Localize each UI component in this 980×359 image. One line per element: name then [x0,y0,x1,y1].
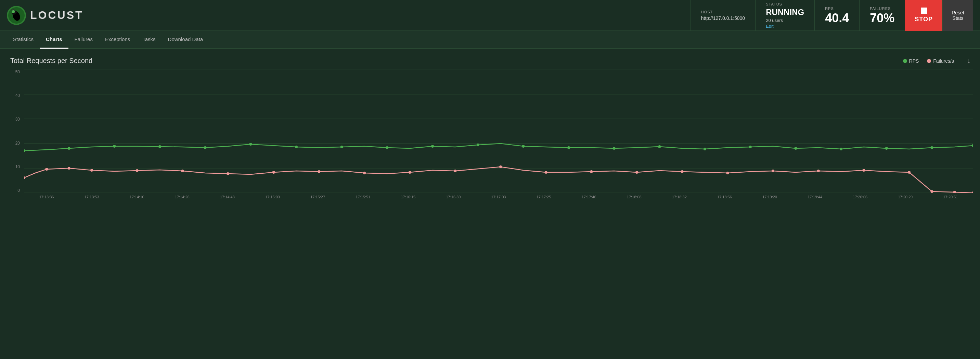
x-axis: 17:13:36 17:13:53 17:14:10 17:14:26 17:1… [24,193,973,207]
legend-rps: RPS [903,58,919,64]
x-label-3: 17:14:26 [159,195,205,199]
nav-item-charts[interactable]: Charts [40,31,68,49]
x-label-4: 17:14:43 [205,195,250,199]
svg-point-56 [862,169,865,172]
rps-dots [24,143,973,152]
svg-point-34 [931,146,933,149]
svg-point-25 [522,145,525,148]
x-label-1: 17:13:53 [69,195,114,199]
y-label-50: 50 [15,70,20,74]
x-label-9: 17:16:39 [431,195,476,199]
stop-icon [921,8,927,14]
x-label-0: 17:13:36 [24,195,69,199]
svg-point-24 [477,144,479,146]
svg-point-50 [590,170,593,173]
svg-point-21 [340,145,343,148]
svg-point-54 [772,169,774,172]
rps-legend-label: RPS [909,58,919,64]
header: LOCUST HOST http://127.0.0.1:5000 STATUS… [0,0,980,31]
chart-svg [24,70,973,193]
svg-point-26 [567,146,570,149]
chart-container: Total Requests per Second RPS Failures/s… [0,49,980,210]
nav-item-exceptions[interactable]: Exceptions [99,31,136,49]
svg-point-46 [409,171,411,174]
svg-point-19 [249,143,252,145]
failures-legend-label: Failures/s [933,58,954,64]
svg-point-16 [113,145,116,148]
svg-point-43 [272,171,275,174]
legend-failures: Failures/s [927,58,954,64]
svg-point-15 [68,147,70,150]
locust-logo-icon [7,6,26,25]
reset-label: ResetStats [951,10,964,21]
svg-point-30 [749,145,752,148]
svg-point-57 [908,171,910,174]
host-value: http://127.0.0.1:5000 [701,15,745,21]
host-label: HOST [701,10,745,14]
svg-point-55 [817,169,820,172]
failures-dots [24,166,973,193]
stop-button[interactable]: STOP [905,0,942,31]
svg-point-37 [45,168,48,171]
svg-point-39 [90,169,93,172]
download-chart-button[interactable]: ↓ [964,56,973,66]
nav-item-download-data[interactable]: Download Data [162,31,209,49]
x-label-2: 17:14:10 [114,195,159,199]
svg-point-44 [318,170,320,173]
svg-point-33 [885,147,888,150]
x-label-15: 17:18:56 [702,195,747,199]
svg-point-7 [12,10,15,13]
failures-block: FAILURES 70% [859,0,905,31]
chart-svg-area [24,70,973,193]
y-label-40: 40 [15,93,20,98]
nav-item-failures[interactable]: Failures [68,31,99,49]
x-label-7: 17:15:51 [340,195,386,199]
x-label-12: 17:17:46 [566,195,611,199]
svg-point-31 [794,147,797,150]
chart-wrapper: 0 10 20 30 40 50 [24,70,973,207]
svg-point-38 [68,167,70,169]
svg-point-17 [158,145,161,148]
users-value: 20 users [766,18,804,23]
svg-point-14 [24,149,25,152]
svg-point-20 [295,145,298,148]
chart-title: Total Requests per Second [10,57,92,65]
x-label-14: 17:18:32 [657,195,702,199]
chart-legend: RPS Failures/s [903,58,954,64]
status-block: STATUS RUNNING 20 users Edit [755,0,815,31]
rps-line [24,144,973,151]
y-label-30: 30 [15,117,20,121]
rps-legend-dot [903,59,907,63]
rps-label: RPS [825,6,849,11]
svg-point-42 [226,172,229,175]
header-stats: HOST http://127.0.0.1:5000 STATUS RUNNIN… [690,0,973,31]
failures-value: 70% [870,12,894,24]
svg-point-35 [972,144,973,147]
stop-label: STOP [915,16,933,23]
y-label-0: 0 [18,188,20,193]
svg-point-22 [386,146,388,149]
nav-item-tasks[interactable]: Tasks [136,31,162,49]
x-label-17: 17:19:44 [792,195,838,199]
logo-area: LOCUST [7,6,83,25]
svg-point-52 [681,170,684,173]
y-label-10: 10 [15,164,20,169]
nav-bar: Statistics Charts Failures Exceptions Ta… [0,31,980,49]
x-label-13: 17:18:08 [611,195,657,199]
svg-point-53 [726,172,729,174]
rps-block: RPS 40.4 [815,0,859,31]
svg-point-51 [635,171,638,174]
edit-link[interactable]: Edit [766,24,804,29]
svg-point-18 [204,146,207,149]
x-label-10: 17:17:03 [476,195,521,199]
y-axis: 0 10 20 30 40 50 [7,70,22,193]
status-label: STATUS [766,2,804,6]
failures-label: FAILURES [870,6,894,11]
failures-legend-dot [927,59,931,63]
svg-point-41 [181,169,184,172]
status-value: RUNNING [766,8,804,17]
x-label-5: 17:15:03 [250,195,295,199]
reset-stats-button[interactable]: ResetStats [942,0,973,31]
svg-point-58 [931,190,933,193]
nav-item-statistics[interactable]: Statistics [7,31,40,49]
